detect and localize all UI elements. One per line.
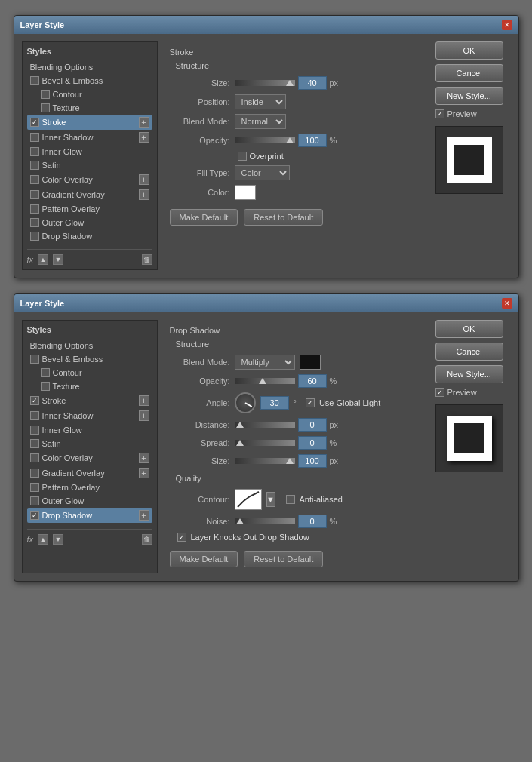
fx-down-icon-1[interactable]: ▼	[53, 254, 63, 265]
checkbox-outer-glow-1[interactable]	[30, 218, 39, 227]
opacity-thumb-1[interactable]	[286, 137, 294, 143]
angle-input-2[interactable]	[260, 396, 289, 410]
blending-options-2[interactable]: Blending Options	[27, 339, 152, 352]
layer-knocks-checkbox-2[interactable]	[177, 533, 186, 542]
plus-gradient-overlay-1[interactable]: +	[139, 189, 149, 200]
spread-input-2[interactable]	[298, 436, 327, 450]
fx-add-icon-2[interactable]: ▲	[38, 534, 48, 545]
size-track-2[interactable]	[235, 458, 295, 464]
trash-icon-1[interactable]: 🗑	[142, 254, 152, 265]
style-contour-1[interactable]: Contour	[38, 88, 152, 101]
checkbox-color-overlay-2[interactable]	[30, 453, 39, 462]
checkbox-outer-glow-2[interactable]	[30, 496, 39, 505]
reset-default-btn-2[interactable]: Reset to Default	[244, 551, 323, 567]
ok-button-2[interactable]: OK	[435, 320, 503, 338]
blend-mode-select-1[interactable]: Normal Multiply	[235, 114, 286, 129]
style-color-overlay-2[interactable]: Color Overlay +	[27, 450, 152, 465]
spread-thumb-2[interactable]	[236, 440, 244, 446]
size-input-1[interactable]	[298, 76, 327, 90]
size-track-1[interactable]	[235, 80, 295, 86]
style-texture-2[interactable]: Texture	[38, 379, 152, 393]
anti-alias-checkbox-2[interactable]	[286, 495, 295, 504]
checkbox-stroke-2[interactable]	[30, 396, 39, 405]
checkbox-inner-shadow-2[interactable]	[30, 411, 39, 420]
opacity-input-2[interactable]	[298, 374, 327, 388]
plus-color-overlay-1[interactable]: +	[139, 174, 149, 185]
checkbox-satin-2[interactable]	[30, 439, 39, 448]
make-default-btn-1[interactable]: Make Default	[170, 209, 238, 226]
style-stroke-2[interactable]: Stroke +	[27, 393, 152, 408]
checkbox-texture-2[interactable]	[41, 382, 50, 391]
distance-thumb-2[interactable]	[236, 422, 244, 428]
distance-track-2[interactable]	[235, 422, 295, 428]
style-gradient-overlay-2[interactable]: Gradient Overlay +	[27, 465, 152, 481]
checkbox-pattern-overlay-1[interactable]	[30, 204, 39, 214]
style-texture-1[interactable]: Texture	[38, 101, 152, 115]
checkbox-inner-glow-1[interactable]	[30, 147, 39, 156]
checkbox-drop-shadow-2[interactable]	[30, 511, 39, 520]
checkbox-texture-1[interactable]	[41, 103, 50, 112]
preview-checkbox-2[interactable]	[435, 388, 444, 397]
checkbox-bevel-1[interactable]	[30, 76, 39, 85]
preview-checkbox-1[interactable]	[435, 109, 444, 118]
checkbox-inner-glow-2[interactable]	[30, 426, 39, 435]
style-inner-shadow-2[interactable]: Inner Shadow +	[27, 408, 152, 423]
distance-input-2[interactable]	[298, 418, 327, 432]
noise-input-2[interactable]	[298, 515, 327, 528]
opacity-track-1[interactable]	[235, 137, 295, 143]
blend-mode-select-2[interactable]: Multiply Normal	[235, 355, 295, 370]
close-button-2[interactable]: ✕	[502, 298, 512, 309]
style-outer-glow-2[interactable]: Outer Glow	[27, 494, 152, 508]
checkbox-bevel-2[interactable]	[30, 355, 39, 364]
checkbox-satin-1[interactable]	[30, 161, 39, 170]
checkbox-gradient-overlay-2[interactable]	[30, 469, 39, 478]
contour-preview-2[interactable]	[235, 489, 262, 510]
checkbox-drop-shadow-1[interactable]	[30, 232, 39, 241]
style-drop-shadow-2[interactable]: Drop Shadow +	[27, 508, 152, 523]
style-inner-glow-1[interactable]: Inner Glow	[27, 145, 152, 158]
angle-dial-2[interactable]	[235, 392, 256, 413]
style-inner-glow-2[interactable]: Inner Glow	[27, 423, 152, 437]
style-pattern-overlay-1[interactable]: Pattern Overlay	[27, 202, 152, 216]
size-input-2[interactable]	[298, 454, 327, 468]
style-contour-2[interactable]: Contour	[38, 366, 152, 379]
contour-dropdown-2[interactable]: ▼	[266, 492, 275, 507]
noise-thumb-2[interactable]	[236, 518, 244, 524]
style-pattern-overlay-2[interactable]: Pattern Overlay	[27, 481, 152, 494]
opacity-track-2[interactable]	[235, 378, 295, 384]
style-inner-shadow-1[interactable]: Inner Shadow +	[27, 130, 152, 145]
blend-color-swatch-2[interactable]	[300, 355, 321, 370]
plus-inner-shadow-1[interactable]: +	[139, 132, 149, 143]
checkbox-overprint-1[interactable]	[238, 152, 247, 161]
reset-default-btn-1[interactable]: Reset to Default	[244, 209, 323, 226]
close-button-1[interactable]: ✕	[502, 20, 512, 30]
plus-color-overlay-2[interactable]: +	[139, 453, 149, 463]
fx-add-icon-1[interactable]: ▲	[38, 254, 48, 265]
plus-gradient-overlay-2[interactable]: +	[139, 468, 149, 478]
checkbox-color-overlay-1[interactable]	[30, 175, 39, 184]
style-satin-1[interactable]: Satin	[27, 158, 152, 172]
style-color-overlay-1[interactable]: Color Overlay +	[27, 172, 152, 187]
checkbox-inner-shadow-1[interactable]	[30, 133, 39, 142]
spread-track-2[interactable]	[235, 440, 295, 446]
plus-drop-shadow-2[interactable]: +	[139, 510, 149, 521]
style-bevel-2[interactable]: Bevel & Emboss	[27, 352, 152, 366]
opacity-thumb-2[interactable]	[259, 378, 266, 384]
checkbox-contour-1[interactable]	[41, 90, 50, 99]
fx-down-icon-2[interactable]: ▼	[53, 534, 63, 545]
cancel-button-2[interactable]: Cancel	[435, 343, 503, 361]
new-style-button-1[interactable]: New Style...	[435, 87, 503, 105]
style-gradient-overlay-1[interactable]: Gradient Overlay +	[27, 187, 152, 202]
checkbox-pattern-overlay-2[interactable]	[30, 483, 39, 492]
plus-inner-shadow-2[interactable]: +	[139, 410, 149, 421]
style-drop-shadow-1[interactable]: Drop Shadow	[27, 229, 152, 243]
fill-type-select-1[interactable]: Color Gradient Pattern	[235, 165, 290, 180]
ok-button-1[interactable]: OK	[435, 41, 503, 60]
style-stroke-1[interactable]: Stroke +	[27, 115, 152, 130]
checkbox-stroke-1[interactable]	[30, 118, 39, 127]
blending-options-1[interactable]: Blending Options	[27, 60, 152, 74]
cancel-button-1[interactable]: Cancel	[435, 64, 503, 82]
noise-track-2[interactable]	[235, 518, 295, 524]
size-thumb-1[interactable]	[286, 80, 294, 86]
checkbox-gradient-overlay-1[interactable]	[30, 190, 39, 199]
